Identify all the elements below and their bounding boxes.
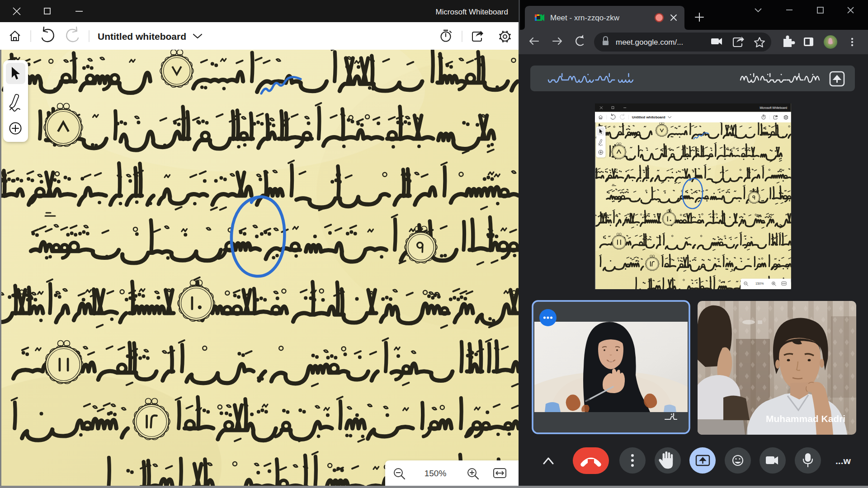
svg-text:Microsoft Whiteboard: Microsoft Whiteboard (435, 8, 508, 16)
svg-text:Meet - xrn-zzqo-zkw: Meet - xrn-zzqo-zkw (550, 14, 620, 22)
svg-text:Untitled whiteboard: Untitled whiteboard (98, 31, 186, 42)
svg-text:150%: 150% (425, 469, 447, 478)
svg-text:meet.google.com/...: meet.google.com/... (616, 38, 683, 47)
svg-text:Muhammad Kadri: Muhammad Kadri (766, 413, 845, 424)
svg-text:...w: ...w (835, 455, 851, 466)
